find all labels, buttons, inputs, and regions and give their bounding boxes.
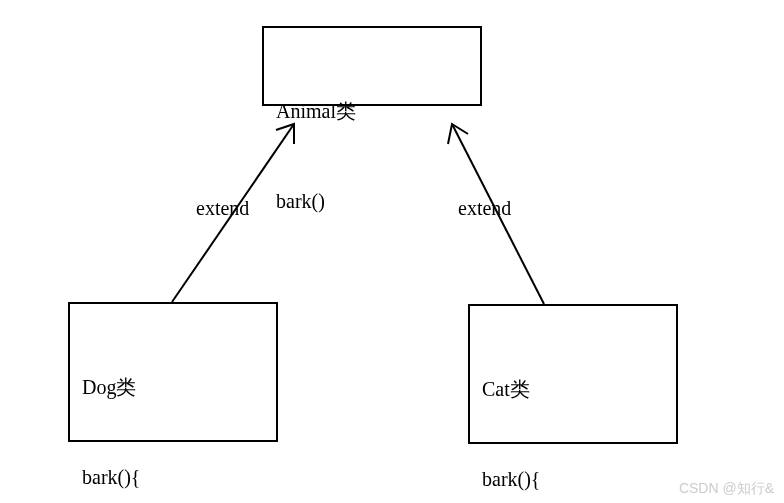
watermark-text: CSDN @知行&: [679, 480, 774, 498]
dog-class-box: Dog类 bark(){ "汪汪汪~~~" }: [68, 302, 278, 442]
cat-class-name: Cat类: [482, 374, 664, 404]
animal-class-box: Animal类 bark(): [262, 26, 482, 106]
cat-class-box: Cat类 bark(){ "喵喵喵~~~" }: [468, 304, 678, 444]
extend-label-right: extend: [458, 197, 511, 220]
animal-class-name: Animal类: [276, 96, 468, 126]
extend-label-left: extend: [196, 197, 249, 220]
dog-method-open: bark(){: [82, 462, 264, 492]
dog-class-name: Dog类: [82, 372, 264, 402]
cat-method-open: bark(){: [482, 464, 664, 494]
animal-method: bark(): [276, 186, 468, 216]
